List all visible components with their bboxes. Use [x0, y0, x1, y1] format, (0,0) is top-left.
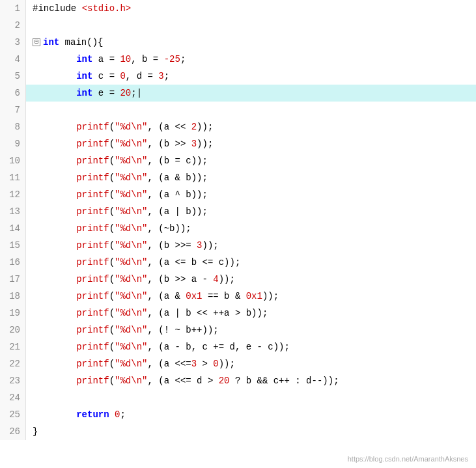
watermark: https://blog.csdn.net/AmaranthAksnes [348, 455, 468, 463]
plain-token [33, 189, 76, 200]
include-text-token: <stdio.h> [82, 3, 132, 14]
code-line: 3⊟int main(){ [0, 34, 476, 51]
code-editor: 1#include <stdio.h>2 3⊟int main(){4 int … [0, 0, 476, 468]
line-content: printf("%d\n", (b >> a - 4)); [26, 271, 476, 288]
plain-token: e = [92, 88, 120, 98]
line-content: printf("%d\n", (~b)); [26, 220, 476, 237]
code-line: 12 printf("%d\n", (a ^ b)); [0, 186, 476, 203]
plain-token: )); [197, 122, 213, 132]
line-number: 18 [0, 288, 26, 305]
code-line: 26} [0, 423, 476, 440]
num-token: 4 [213, 274, 218, 284]
line-number: 16 [0, 254, 26, 271]
plain-token: , b = [131, 54, 163, 64]
code-line: 22 printf("%d\n", (a <<=3 > 0)); [0, 355, 476, 372]
line-number: 8 [0, 118, 26, 135]
plain-token: ( [109, 206, 115, 217]
plain-token: , (a <<= [147, 359, 191, 369]
plain-token: )); [219, 359, 235, 369]
func-token: printf [76, 257, 109, 268]
func-token: printf [76, 189, 109, 200]
fold-icon[interactable]: ⊟ [33, 38, 40, 46]
func-token: printf [76, 308, 109, 318]
line-content: printf("%d\n", (b = c)); [26, 152, 476, 169]
code-line: 6 int e = 20;| [0, 85, 476, 102]
line-content: printf("%d\n", (a & b)); [26, 169, 476, 186]
line-content [26, 17, 476, 34]
line-number: 1 [0, 0, 26, 17]
plain-token [33, 376, 76, 386]
plain-token: ( [109, 172, 115, 183]
line-content: printf("%d\n", (b >> 3)); [26, 135, 476, 152]
line-number: 3 [0, 34, 26, 51]
plain-token [33, 274, 76, 284]
plain-token: ( [109, 274, 115, 284]
plain-token: , (b >>= [147, 240, 197, 251]
code-line: 15 printf("%d\n", (b >>= 3)); [0, 237, 476, 254]
func-token: printf [76, 274, 109, 284]
plain-token [33, 257, 76, 268]
plain-token [33, 172, 76, 183]
code-line: 20 printf("%d\n", (! ~ b++)); [0, 322, 476, 338]
plain-token: , (a << [147, 122, 191, 132]
plain-token: , (~b)); [147, 223, 191, 234]
plain-token: )); [197, 139, 213, 149]
plain-token: ( [109, 223, 115, 234]
str-token: "%d\n" [115, 325, 147, 335]
plain-token [33, 409, 76, 420]
code-line: 13 printf("%d\n", (a | b)); [0, 203, 476, 220]
line-content: printf("%d\n", (a <= b <= c)); [26, 254, 476, 271]
kw-token: return [76, 409, 109, 420]
num-token: 10 [120, 54, 131, 64]
line-number: 23 [0, 372, 26, 389]
plain-token: , (a & [147, 291, 186, 301]
func-token: printf [76, 240, 109, 251]
kw-token: int [43, 37, 59, 48]
num-token: 0x1 [186, 291, 202, 301]
line-number: 14 [0, 220, 26, 237]
plain-token: ; [164, 71, 169, 81]
plain-token: , (b >> [147, 139, 191, 149]
func-token: printf [76, 376, 109, 386]
str-token: "%d\n" [115, 376, 147, 386]
plain-token: , d = [126, 71, 158, 81]
func-token: printf [76, 359, 109, 369]
kw-token: int [76, 88, 92, 98]
code-line: 7 [0, 102, 476, 118]
plain-token [33, 223, 76, 234]
plain-token [33, 359, 76, 369]
str-token: "%d\n" [115, 359, 147, 369]
code-area: 1#include <stdio.h>2 3⊟int main(){4 int … [0, 0, 476, 468]
func-token: printf [76, 139, 109, 149]
plain-token: c = [92, 71, 120, 81]
plain-token: ( [109, 376, 115, 386]
line-content: printf("%d\n", (a - b, c += d, e - c)); [26, 338, 476, 355]
code-line: 5 int c = 0, d = 3; [0, 68, 476, 85]
plain-token: ( [109, 325, 115, 335]
plain-token: , (a - b, c += d, e - c)); [147, 342, 289, 352]
line-content: printf("%d\n", (a <<= d > 20 ? b && c++ … [26, 372, 476, 389]
line-content: printf("%d\n", (a | b)); [26, 203, 476, 220]
plain-token: ( [109, 122, 115, 132]
plain-token [33, 291, 76, 301]
code-line: 19 printf("%d\n", (a | b << ++a > b)); [0, 305, 476, 322]
num-token: 3 [197, 240, 202, 251]
kw-token: int [76, 54, 92, 64]
line-number: 24 [0, 389, 26, 406]
line-number: 22 [0, 355, 26, 372]
num-token: -25 [164, 54, 180, 64]
line-number: 11 [0, 169, 26, 186]
plain-token: ( [109, 139, 115, 149]
str-token: "%d\n" [115, 291, 147, 301]
plain-token: , (a & b)); [147, 172, 207, 183]
plain-token [33, 325, 76, 335]
plain-token: ( [109, 308, 115, 318]
plain-token: == b & [203, 291, 246, 301]
plain-token: ( [109, 240, 115, 251]
str-token: "%d\n" [115, 156, 147, 166]
plain-token: , (a | b << ++a > b)); [147, 308, 268, 318]
plain-token: > [197, 359, 213, 369]
line-content [26, 102, 476, 118]
plain-token: ( [109, 359, 115, 369]
plain-token: ; [120, 409, 125, 420]
